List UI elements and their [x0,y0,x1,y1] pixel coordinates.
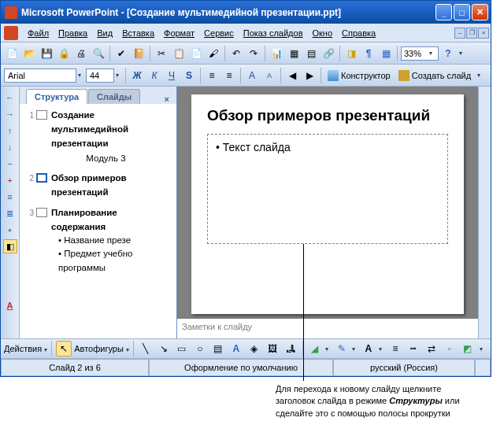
paste-icon[interactable]: 📄 [188,46,204,61]
minimize-button[interactable]: _ [435,4,452,20]
actions-menu[interactable]: Действия ▾ [4,344,47,353]
menu-file[interactable]: Файл [23,26,54,40]
outline-body[interactable]: 1 Создание мультимедийной презентации Мо… [20,104,176,338]
arrow-icon[interactable]: ↘ [156,341,172,357]
mdi-close[interactable]: × [478,28,489,39]
shadow-icon[interactable]: S [181,68,197,83]
numbered-list-icon[interactable]: ≡ [204,68,220,83]
menu-tools[interactable]: Сервис [199,26,239,40]
fill-color-icon[interactable]: ◢ [307,341,323,357]
research-icon[interactable]: 📔 [131,46,146,61]
drawing-overflow[interactable]: ▾ [478,341,484,357]
format-overflow[interactable]: ▾ [476,68,482,83]
show-formatting-icon[interactable]: ◧ [3,239,17,253]
font-color-icon[interactable]: A [361,341,376,357]
help-icon[interactable]: ? [440,46,456,61]
promote-icon[interactable]: ← [3,91,17,105]
3d-style-icon[interactable]: ◩ [460,341,476,357]
slide-canvas[interactable]: Обзор примеров презентаций Текст слайда [177,87,478,318]
copy-icon[interactable]: 📋 [171,46,187,61]
slide[interactable]: Обзор примеров презентаций Текст слайда [191,94,464,314]
tab-close-icon[interactable]: × [161,94,172,104]
menu-window[interactable]: Окно [308,26,338,40]
diagram-icon[interactable]: ◈ [246,341,262,357]
redo-icon[interactable]: ↷ [246,46,261,61]
notes-pane[interactable]: Заметки к слайду [177,318,478,338]
bullet-list-icon[interactable]: ≡ [221,68,237,83]
picture-icon[interactable]: 🏞 [283,341,298,357]
toolbar-overflow[interactable]: ▾ [458,46,464,61]
expand-icon[interactable]: ◨ [343,46,359,61]
file-icon[interactable] [4,26,18,40]
wordart-icon[interactable]: A [228,341,244,357]
line-icon[interactable]: ╲ [138,341,154,357]
expand-icon[interactable]: + [3,173,17,187]
preview-icon[interactable]: 🔍 [91,46,106,61]
move-down-icon[interactable]: ↓ [3,140,17,154]
font-size-combo[interactable]: 44 [86,68,114,83]
collapse-all-icon[interactable]: ≡ [3,190,17,204]
menu-insert[interactable]: Вставка [117,26,159,40]
line-style-icon[interactable]: ≡ [387,341,403,357]
tables-borders-icon[interactable]: ▤ [303,46,319,61]
undo-icon[interactable]: ↶ [228,46,244,61]
zoom-combo[interactable]: 33%▾ [401,46,439,61]
oval-icon[interactable]: ○ [192,341,208,357]
table-icon[interactable]: ▦ [286,46,302,61]
slide-body-placeholder[interactable]: Текст слайда [207,134,448,244]
font-combo[interactable]: Arial [4,68,76,83]
arrow-style-icon[interactable]: ⇄ [424,341,439,357]
bold-icon[interactable]: Ж [129,68,145,83]
autoshapes-menu[interactable]: Автофигуры ▾ [74,344,129,353]
decrease-font-icon[interactable]: A [261,68,277,83]
menu-slideshow[interactable]: Показ слайдов [239,26,308,40]
spell-icon[interactable]: ✔ [113,46,129,61]
increase-indent-icon[interactable]: ▶ [302,68,317,83]
new-slide-button[interactable]: Создать слайд [395,68,474,83]
textbox-icon[interactable]: ▤ [210,341,226,357]
collapse-icon[interactable]: − [3,157,17,171]
outline-item-3[interactable]: 3 Планирование [23,206,173,220]
mdi-restore[interactable]: ❐ [466,28,477,39]
menu-help[interactable]: Справка [337,26,380,40]
clipart-icon[interactable]: 🖼 [265,341,280,357]
menu-format[interactable]: Формат [159,26,199,40]
decrease-indent-icon[interactable]: ◀ [284,68,300,83]
open-icon[interactable]: 📂 [21,46,37,61]
increase-font-icon[interactable]: A [244,68,260,83]
tab-slides[interactable]: Слайды [88,89,140,104]
italic-icon[interactable]: К [146,68,162,83]
dash-style-icon[interactable]: ┅ [406,341,421,357]
show-format-icon[interactable]: ¶ [361,46,376,61]
select-icon[interactable]: ↖ [56,341,72,357]
rectangle-icon[interactable]: ▭ [174,341,190,357]
cut-icon[interactable]: ✂ [154,46,169,61]
print-icon[interactable]: 🖨 [73,46,89,61]
outline-item-2[interactable]: 2 Обзор примеров [23,172,173,185]
underline-icon[interactable]: Ч [164,68,180,83]
permission-icon[interactable]: 🔒 [56,46,72,61]
outline-item-1[interactable]: 1 Создание [23,109,173,122]
format-painter-icon[interactable]: 🖌 [206,46,221,61]
maximize-button[interactable]: □ [454,4,470,20]
move-up-icon[interactable]: ↑ [3,124,17,138]
shadow-style-icon[interactable]: ▫ [442,341,458,357]
grid-icon[interactable]: ▦ [378,46,394,61]
close-button[interactable]: ✕ [472,4,488,20]
save-icon[interactable]: 💾 [39,46,54,61]
chart-icon[interactable]: 📊 [269,46,284,61]
summary-icon[interactable]: ▫ [3,223,17,237]
demote-icon[interactable]: → [3,107,17,121]
mdi-minimize[interactable]: – [454,28,465,39]
expand-all-icon[interactable]: ≣ [3,206,17,220]
hyperlink-icon[interactable]: 🔗 [321,46,336,61]
designer-button[interactable]: Конструктор [324,68,394,83]
slide-title[interactable]: Обзор примеров презентаций [207,107,448,124]
vertical-scrollbar[interactable] [478,87,491,338]
menu-view[interactable]: Вид [92,26,117,40]
tab-outline[interactable]: Структура [26,89,87,104]
menu-edit[interactable]: Правка [54,26,92,40]
font-color-icon[interactable]: A [3,298,17,312]
line-color-icon[interactable]: ✎ [334,341,350,357]
new-icon[interactable]: 📄 [4,46,20,61]
